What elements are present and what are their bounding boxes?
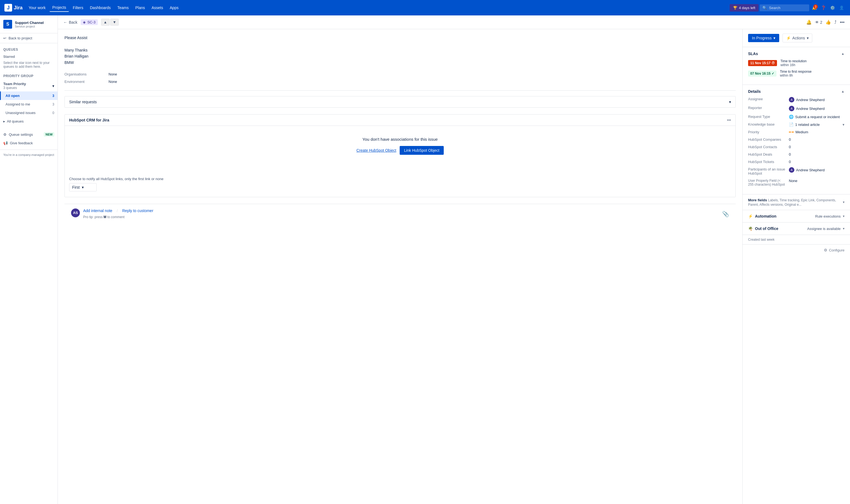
watchers[interactable]: 👁 2 [815, 20, 822, 24]
detail-user-property: User Property Field (< 255 characters) H… [748, 179, 845, 186]
comment-user-avatar: AS [71, 209, 80, 217]
priority-group-label: Priority group [3, 74, 33, 78]
nav-dashboards[interactable]: Dashboards [87, 4, 113, 12]
nav-your-work[interactable]: Your work [26, 4, 49, 12]
configure-button[interactable]: ⚙ Configure [824, 248, 845, 252]
logo-text: Jira [14, 5, 23, 11]
more-fields-left: More fields Labels, Time tracking, Epic … [748, 198, 843, 206]
details-section: Details ▲ Assignee A Andrew Shepherd Rep… [743, 85, 850, 195]
automation-title: ⚡ Automation [748, 214, 776, 218]
configure-icon: ⚙ [824, 248, 827, 252]
search-box[interactable]: 🔍 Search [760, 4, 809, 11]
comment-tabs: Add internal note / Reply to customer [83, 209, 719, 213]
automation-icon: ⚡ [748, 214, 753, 218]
nav-projects[interactable]: Projects [50, 4, 69, 12]
out-of-office-section[interactable]: 🌴 Out of Office Assignee is available ▾ [743, 222, 850, 235]
sla-section: SLAs ▲ 11 Nov 15:17 ⏱ Time to resolution… [743, 47, 850, 85]
issue-header-actions: 🔔 👁 2 👍 ⤴ ••• [806, 20, 845, 25]
sla-badge-first-response: 07 Nov 16:15 ✓ [748, 71, 776, 76]
issue-tag[interactable]: ◈ SC-3 [81, 19, 98, 25]
top-navigation: J Jira Your work Projects Filters Dashbo… [0, 0, 850, 15]
back-button[interactable]: ← Back [64, 20, 77, 24]
detail-assignee: Assignee A Andrew Shepherd [748, 97, 845, 103]
created-label: Created last week [743, 235, 850, 245]
similar-requests-toggle[interactable]: Similar requests ▾ [65, 96, 736, 107]
notifications-button[interactable]: 🔔 3 [810, 4, 818, 12]
arrow-navigation: ▲ ▼ [101, 19, 119, 25]
hubspot-notify-select[interactable]: First ▾ [69, 183, 97, 192]
automation-section[interactable]: ⚡ Automation Rule executions ▾ [743, 210, 850, 222]
user-avatar[interactable]: 👤 [838, 4, 846, 12]
give-feedback-item[interactable]: 📢 Give feedback [0, 139, 58, 147]
participants-value: A Andrew Shepherd [789, 167, 845, 173]
project-name: Support Channel [15, 21, 44, 25]
similar-requests-label: Similar requests [69, 100, 97, 104]
logo-icon: J [4, 4, 12, 12]
sla-section-header[interactable]: SLAs ▲ [748, 52, 845, 56]
sidebar-item-assigned[interactable]: Assigned to me 3 [0, 100, 58, 109]
details-section-header[interactable]: Details ▲ [748, 89, 845, 94]
sidebar-item-unassigned[interactable]: Unassigned issues 0 [0, 109, 58, 117]
search-icon: 🔍 [762, 6, 767, 10]
project-icon: S [3, 20, 12, 29]
sla-chevron: ▲ [841, 52, 845, 56]
back-to-project[interactable]: ↩ Back to project [0, 33, 58, 43]
similar-requests-chevron: ▾ [729, 100, 731, 104]
attach-icon[interactable]: 📎 [722, 211, 729, 217]
nav-apps[interactable]: Apps [167, 4, 181, 12]
days-left-button[interactable]: 🏆 4 days left [730, 4, 759, 12]
configure-row: ⚙ Configure [743, 245, 850, 256]
details-title: Details [748, 89, 761, 94]
tag-icon: ◈ [83, 20, 86, 24]
status-button[interactable]: In Progress ▾ [748, 34, 779, 42]
help-button[interactable]: ❓ [819, 4, 827, 12]
hubspot-title: HubSpot CRM for Jira [69, 118, 109, 122]
configure-label: Configure [829, 248, 845, 252]
sidebar-project: S Support Channel Service project [0, 15, 58, 33]
share-icon[interactable]: ⤴ [834, 20, 836, 25]
sla-info-resolution: Time to resolution within 16h [780, 59, 807, 67]
automation-chevron: ▾ [843, 214, 845, 218]
logo[interactable]: J Jira [4, 4, 23, 12]
sla-item-first-response: 07 Nov 16:15 ✓ Time to first response wi… [748, 70, 845, 77]
link-hubspot-button[interactable]: Link HubSpot Object [400, 146, 444, 155]
reporter-avatar: A [789, 106, 794, 111]
issue-body: Please Assist Many Thanks Brian Halligan… [58, 29, 850, 504]
kb-expand-icon[interactable]: ▾ [843, 123, 845, 127]
no-associations-text: You don't have associations for this iss… [69, 137, 731, 142]
team-priority-label: Team Priority [3, 82, 26, 86]
feedback-icon: 📢 [3, 141, 8, 145]
project-info: Support Channel Service project [15, 21, 44, 28]
all-queues-link[interactable]: ▸ All queues [0, 117, 58, 126]
eye-icon: 👁 [815, 20, 819, 24]
queues-title: Queues [0, 43, 58, 54]
sidebar-item-all-open[interactable]: All open 3 [0, 91, 58, 100]
sidebar: S Support Channel Service project ↩ Back… [0, 15, 58, 504]
nav-assets[interactable]: Assets [149, 4, 166, 12]
more-fields-section[interactable]: More fields Labels, Time tracking, Epic … [743, 195, 850, 210]
detail-reporter: Reporter A Andrew Shepherd [748, 106, 845, 111]
thumbsup-icon[interactable]: 👍 [826, 20, 831, 25]
queue-settings-item[interactable]: ⚙ Queue settings NEW [0, 130, 58, 139]
environment-label: Environment [65, 79, 103, 84]
add-internal-note-tab[interactable]: Add internal note [83, 209, 112, 213]
create-hubspot-button[interactable]: Create HubSpot Object [357, 146, 396, 155]
notify-icon[interactable]: 🔔 [806, 20, 812, 25]
more-icon[interactable]: ••• [840, 20, 845, 25]
clock-icon: ⏱ [772, 61, 775, 65]
nav-filters[interactable]: Filters [70, 4, 86, 12]
priority-value: Medium [789, 130, 845, 134]
settings-button[interactable]: ⚙️ [829, 4, 836, 12]
knowledge-base-value: 📄 1 related article ▾ [789, 122, 845, 127]
prev-issue-button[interactable]: ▲ [101, 19, 110, 25]
team-priority-row[interactable]: Team Priority 3 queues ▾ [0, 80, 58, 91]
request-type-value: 🌐 Submit a request or incident [789, 114, 845, 119]
nav-teams[interactable]: Teams [114, 4, 131, 12]
actions-button[interactable]: ⚡ Actions ▾ [782, 34, 812, 42]
hubspot-more-icon[interactable]: ••• [727, 118, 731, 122]
assignee-value: A Andrew Shepherd [789, 97, 845, 103]
nav-plans[interactable]: Plans [132, 4, 148, 12]
project-type: Service project [15, 25, 44, 28]
reply-to-customer-tab[interactable]: Reply to customer [122, 209, 153, 213]
next-issue-button[interactable]: ▼ [110, 19, 119, 25]
